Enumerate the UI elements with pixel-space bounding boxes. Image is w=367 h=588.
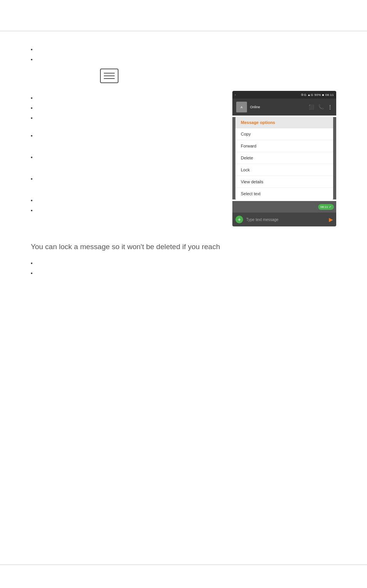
mid-bullet-list-1 bbox=[31, 95, 225, 119]
phone-toolbar-right: ⬛ 📞 ⋮ bbox=[309, 104, 332, 110]
status-right: ⑤G ▲G 90% ■ 08:11 bbox=[301, 93, 334, 97]
context-menu-select-text[interactable]: Select text bbox=[235, 188, 333, 199]
list-item bbox=[31, 154, 225, 159]
add-attachment-button[interactable]: + bbox=[235, 216, 243, 223]
phone-toolbar: A Online ⬛ 📞 ⋮ bbox=[232, 99, 336, 116]
avatar: A bbox=[236, 102, 247, 112]
hamburger-line bbox=[104, 73, 115, 74]
contact-name: Online bbox=[250, 105, 260, 109]
mid-bullet-list-3 bbox=[31, 154, 225, 159]
phone-status-bar: - ⑤G ▲G 90% ■ 08:11 bbox=[232, 91, 336, 99]
hamburger-line bbox=[104, 75, 115, 76]
mid-bullet-list-4 bbox=[31, 176, 225, 180]
more-options-icon[interactable]: ⋮ bbox=[328, 104, 332, 110]
left-bullets-container bbox=[31, 95, 225, 217]
bottom-bullet-list bbox=[31, 260, 336, 275]
message-input[interactable]: Type text message bbox=[246, 218, 326, 222]
context-menu-header: Message options bbox=[235, 117, 333, 128]
content-area: - ⑤G ▲G 90% ■ 08:11 A Online ⬛ 📞 ⋮ Messa… bbox=[0, 39, 367, 557]
context-menu-view-details[interactable]: View details bbox=[235, 176, 333, 188]
context-menu-lock[interactable]: Lock bbox=[235, 164, 333, 176]
list-item bbox=[31, 95, 225, 99]
mid-bullet-list-5 bbox=[31, 197, 225, 212]
list-item bbox=[31, 207, 225, 212]
hamburger-icon-area bbox=[100, 69, 336, 83]
top-bullet-list bbox=[31, 46, 336, 61]
bottom-divider bbox=[0, 565, 367, 565]
mid-bullet-list-2 bbox=[31, 132, 225, 137]
list-item bbox=[31, 115, 225, 119]
list-item bbox=[31, 176, 225, 180]
list-item bbox=[31, 270, 336, 275]
hamburger-icon bbox=[100, 69, 118, 83]
middle-section: - ⑤G ▲G 90% ■ 08:11 A Online ⬛ 📞 ⋮ Messa… bbox=[31, 95, 336, 226]
paragraph-text: You can lock a message so it won't be de… bbox=[31, 242, 336, 252]
context-menu: Message options Copy Forward Delete Lock… bbox=[235, 117, 333, 199]
video-call-icon[interactable]: ⬛ bbox=[309, 104, 314, 110]
list-item bbox=[31, 56, 336, 61]
context-menu-delete[interactable]: Delete bbox=[235, 152, 333, 164]
list-item bbox=[31, 105, 225, 109]
context-menu-copy[interactable]: Copy bbox=[235, 128, 333, 140]
phone-input-bar[interactable]: + Type text message ▶ bbox=[232, 213, 336, 226]
phone-mockup: - ⑤G ▲G 90% ■ 08:11 A Online ⬛ 📞 ⋮ Messa… bbox=[232, 91, 336, 226]
list-item bbox=[31, 197, 225, 202]
phone-toolbar-left: A Online bbox=[236, 102, 260, 112]
list-item bbox=[31, 260, 336, 265]
list-item bbox=[31, 46, 336, 51]
bubble-time: 08:11 ✓ bbox=[320, 205, 332, 209]
top-divider bbox=[0, 31, 367, 31]
send-button[interactable]: ▶ bbox=[329, 216, 333, 223]
list-item bbox=[31, 132, 225, 137]
phone-chat-area: Message options Copy Forward Delete Lock… bbox=[232, 117, 336, 199]
phone-bottom-area: 08:11 ✓ bbox=[232, 201, 336, 213]
call-icon[interactable]: 📞 bbox=[318, 104, 324, 110]
hamburger-line bbox=[104, 78, 115, 79]
status-left: - bbox=[235, 93, 236, 97]
message-bubble: 08:11 ✓ bbox=[318, 204, 334, 210]
context-menu-forward[interactable]: Forward bbox=[235, 140, 333, 152]
